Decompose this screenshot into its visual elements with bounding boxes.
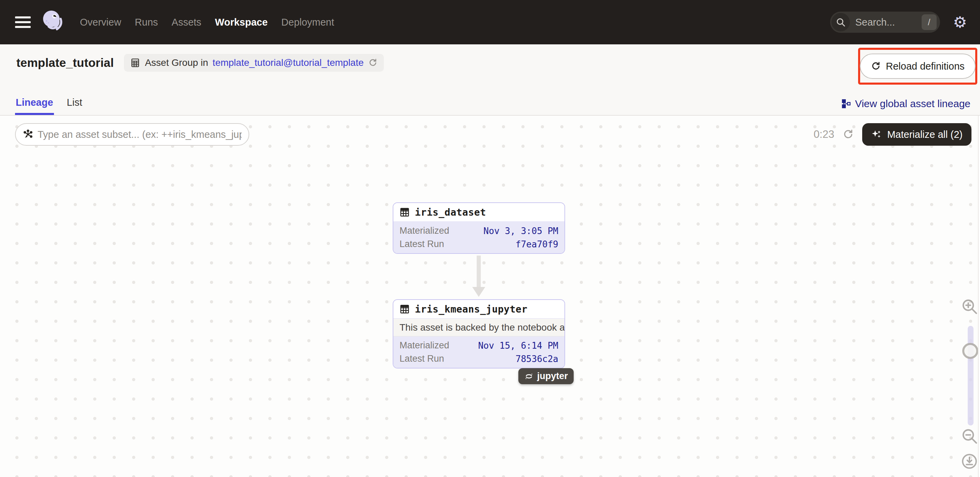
asset-subset-filter[interactable] <box>15 123 249 146</box>
top-navigation-bar: Overview Runs Assets Workspace Deploymen… <box>0 0 980 44</box>
asset-node-header: iris_dataset <box>393 203 565 222</box>
zoom-in-icon[interactable] <box>960 297 978 317</box>
view-global-asset-lineage-link[interactable]: View global asset lineage <box>841 98 970 115</box>
search-placeholder: Search... <box>855 17 922 28</box>
graph-toolbar-right: 0:23 Materialize all (2) <box>814 123 972 146</box>
refresh-graph-icon[interactable] <box>842 128 854 140</box>
scrollbar-gutter <box>978 116 980 477</box>
reload-definitions-label: Reload definitions <box>886 61 965 72</box>
title-row: template_tutorial Asset Group in templat… <box>16 54 384 72</box>
asset-node-iris-dataset[interactable]: iris_dataset Materialized Nov 3, 3:05 PM… <box>393 202 565 254</box>
page-header: template_tutorial Asset Group in templat… <box>0 44 980 116</box>
latest-run-row: Latest Run f7ea70f9 <box>393 238 565 251</box>
dagster-logo-icon[interactable] <box>40 8 66 36</box>
asset-node-body: Materialized Nov 3, 3:05 PM Latest Run f… <box>393 222 565 253</box>
materialize-all-label: Materialize all (2) <box>887 129 963 140</box>
primary-nav: Overview Runs Assets Workspace Deploymen… <box>80 17 334 28</box>
menu-icon[interactable] <box>15 16 31 28</box>
nav-item-runs[interactable]: Runs <box>135 17 158 28</box>
lineage-graph-icon <box>841 98 851 109</box>
materialized-row: Materialized Nov 3, 3:05 PM <box>393 224 565 238</box>
asset-group-badge: Asset Group in template_tutorial@tutoria… <box>124 54 384 72</box>
materialize-all-button[interactable]: Materialize all (2) <box>862 123 972 146</box>
materialized-row: Materialized Nov 15, 6:14 PM <box>393 339 565 352</box>
asset-name: iris_dataset <box>415 207 486 218</box>
search-icon <box>832 13 850 32</box>
latest-run-id-link[interactable]: 78536c2a <box>515 354 558 364</box>
gear-icon[interactable]: ⚙ <box>953 14 967 30</box>
refresh-timer: 0:23 <box>814 128 834 141</box>
zoom-slider-track[interactable] <box>968 326 974 425</box>
view-global-asset-lineage-label: View global asset lineage <box>855 98 970 109</box>
materialized-timestamp-link[interactable]: Nov 15, 6:14 PM <box>478 341 558 351</box>
nav-item-deployment[interactable]: Deployment <box>282 17 334 28</box>
breadcrumb-prefix: Asset Group in <box>145 57 208 68</box>
asset-lineage-canvas[interactable]: 0:23 Materialize all (2) <box>0 116 980 477</box>
asset-description: This asset is backed by the notebook at … <box>393 319 565 336</box>
op-selector-icon <box>22 129 33 140</box>
download-image-icon[interactable] <box>961 453 978 471</box>
asset-node-iris-kmeans-jupyter[interactable]: iris_kmeans_jupyter This asset is backed… <box>393 299 565 369</box>
search-input[interactable]: Search... / <box>830 12 940 33</box>
lineage-edge <box>477 255 481 288</box>
red-highlight-annotation: Reload definitions <box>858 48 977 85</box>
table-icon <box>399 207 410 217</box>
latest-run-row: Latest Run 78536c2a <box>393 352 565 365</box>
latest-run-id-link[interactable]: f7ea70f9 <box>515 239 558 249</box>
breadcrumb-link[interactable]: template_tutorial@tutorial_template <box>213 57 364 68</box>
reload-definitions-button[interactable]: Reload definitions <box>860 54 975 79</box>
zoom-slider-handle[interactable] <box>962 343 978 359</box>
nav-item-assets[interactable]: Assets <box>172 17 202 28</box>
dagster-workspace-page: Overview Runs Assets Workspace Deploymen… <box>0 0 980 477</box>
search-shortcut-key: / <box>922 14 937 30</box>
refresh-icon <box>871 61 881 71</box>
nav-item-workspace[interactable]: Workspace <box>215 17 268 28</box>
compute-kind-tag-jupyter[interactable]: jupyter <box>518 368 574 384</box>
page-title: template_tutorial <box>16 56 114 70</box>
materialized-timestamp-link[interactable]: Nov 3, 3:05 PM <box>484 226 558 236</box>
tabs-row: Lineage List View global asset lineage <box>0 97 980 115</box>
compute-kind-tag-label: jupyter <box>537 371 568 382</box>
jupyter-icon <box>524 372 534 381</box>
asset-name: iris_kmeans_jupyter <box>415 304 528 315</box>
breadcrumb-refresh-icon[interactable] <box>368 58 378 68</box>
asset-node-body: Materialized Nov 15, 6:14 PM Latest Run … <box>393 336 565 368</box>
tab-list[interactable]: List <box>66 97 83 115</box>
asset-group-icon <box>130 58 140 68</box>
sparkles-icon <box>871 129 882 140</box>
asset-node-header: iris_kmeans_jupyter <box>393 300 565 319</box>
tab-lineage[interactable]: Lineage <box>15 97 54 115</box>
nav-item-overview[interactable]: Overview <box>80 17 121 28</box>
zoom-out-icon[interactable] <box>960 427 978 447</box>
asset-subset-input[interactable] <box>38 129 242 140</box>
table-icon <box>399 304 410 314</box>
lineage-edge-arrowhead <box>472 287 485 297</box>
